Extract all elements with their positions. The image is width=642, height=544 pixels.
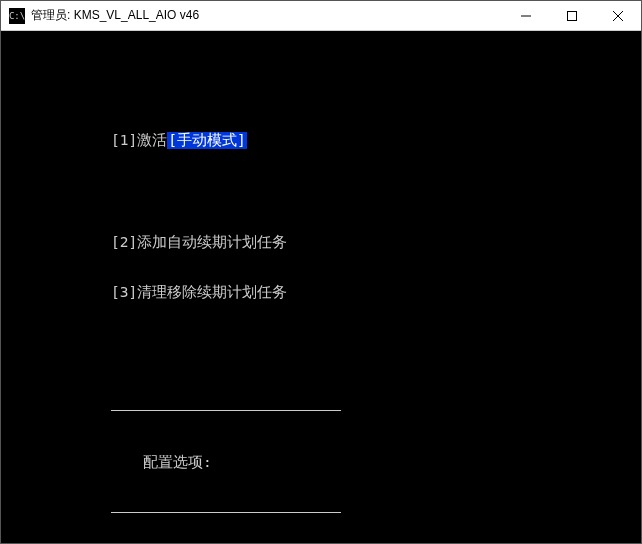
titlebar: C:\ 管理员: KMS_VL_ALL_AIO v46 — [1, 1, 641, 31]
divider — [111, 505, 341, 513]
menu-label: 激活 — [137, 132, 167, 149]
terminal-body: [1] 激活[手动模式] [2] 添加自动续期计划任务 [3] 清理移除续期计划… — [1, 31, 641, 544]
close-button[interactable] — [595, 1, 641, 30]
svg-rect-1 — [568, 11, 577, 20]
menu-mode-highlight: [手动模式] — [167, 132, 246, 149]
menu-key: [2] — [111, 234, 137, 251]
window-controls — [503, 1, 641, 30]
menu-key: [3] — [111, 284, 137, 301]
section-header-config: 配置选项: — [1, 454, 641, 471]
maximize-button[interactable] — [549, 1, 595, 30]
menu-key: [1] — [111, 132, 137, 149]
menu-label: 添加自动续期计划任务 — [137, 234, 287, 251]
divider — [111, 403, 341, 411]
window-title: 管理员: KMS_VL_ALL_AIO v46 — [31, 7, 503, 24]
menu-item-1[interactable]: [1] 激活[手动模式] — [1, 132, 641, 149]
minimize-button[interactable] — [503, 1, 549, 30]
menu-label: 清理移除续期计划任务 — [137, 284, 287, 301]
menu-item-3[interactable]: [3] 清理移除续期计划任务 — [1, 284, 641, 301]
cmd-icon: C:\ — [9, 8, 25, 24]
menu-item-2[interactable]: [2] 添加自动续期计划任务 — [1, 234, 641, 251]
